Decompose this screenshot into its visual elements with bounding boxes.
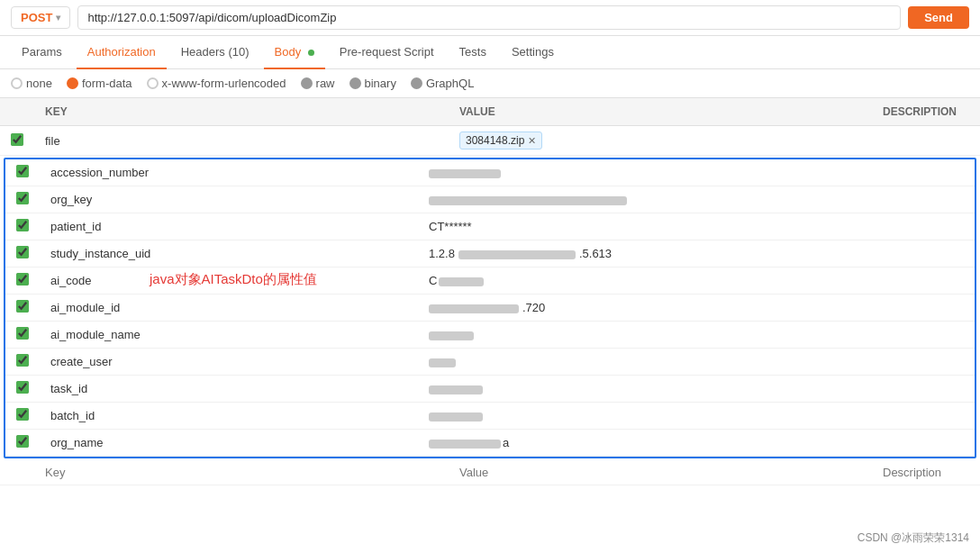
row-accession-value <box>418 159 867 186</box>
radio-none-icon <box>11 77 23 89</box>
body-type-formdata-label: form-data <box>82 77 132 90</box>
row-createuser-key: create_user <box>40 349 418 376</box>
file-tag: 3084148.zip ✕ <box>459 131 542 150</box>
row-patientid-desc <box>867 213 975 240</box>
row-studyuid-desc <box>867 240 975 267</box>
row-file-key: file <box>34 126 449 156</box>
radio-raw-icon <box>301 77 313 89</box>
table-row: batch_id <box>5 403 975 430</box>
footer-value-input[interactable] <box>459 466 861 479</box>
method-chevron-icon: ▾ <box>56 13 60 23</box>
file-tag-remove-icon[interactable]: ✕ <box>528 135 536 147</box>
row-aimoduleid-value: .720 <box>418 295 867 322</box>
row-patientid-key: patient_id <box>40 213 418 240</box>
body-tab-label: Body <box>275 45 302 59</box>
method-label: POST <box>21 11 52 24</box>
row-orgname-key: org_name <box>40 430 418 457</box>
tab-headers[interactable]: Headers (10) <box>170 36 260 69</box>
tab-body[interactable]: Body <box>264 36 325 69</box>
url-input[interactable] <box>77 5 901 30</box>
tab-prerequest[interactable]: Pre-request Script <box>329 36 445 69</box>
radio-urlencoded-icon <box>147 77 159 89</box>
tab-bar: Params Authorization Headers (10) Body P… <box>0 36 980 69</box>
table-row: accession_number <box>5 159 975 186</box>
table-row: accession_number org_key <box>0 156 980 461</box>
table-row: study_instance_uid 1.2.8.5.613 <box>5 240 975 267</box>
tab-tests[interactable]: Tests <box>449 36 497 69</box>
table-row: file 3084148.zip ✕ <box>0 126 980 156</box>
row-file-value: 3084148.zip ✕ <box>449 126 872 156</box>
row-orgname-value: a <box>418 430 867 457</box>
table-row: ai_module_id .720 <box>5 295 975 322</box>
body-type-formdata[interactable]: form-data <box>67 77 132 90</box>
body-type-bar: none form-data x-www-form-urlencoded raw… <box>0 69 980 98</box>
radio-graphql-icon <box>411 77 422 89</box>
row-aicode-checkbox[interactable] <box>16 273 29 286</box>
body-type-urlencoded[interactable]: x-www-form-urlencoded <box>147 77 286 90</box>
body-type-urlencoded-label: x-www-form-urlencoded <box>162 77 286 90</box>
tab-settings[interactable]: Settings <box>501 36 565 69</box>
body-type-raw[interactable]: raw <box>301 77 335 90</box>
row-aimodulename-checkbox[interactable] <box>16 327 29 340</box>
row-accession-desc <box>867 159 975 186</box>
row-batchid-checkbox[interactable] <box>16 408 29 421</box>
body-dot-indicator <box>308 50 314 56</box>
file-tag-label: 3084148.zip <box>466 134 524 147</box>
th-value: VALUE <box>449 98 872 126</box>
row-taskid-desc <box>867 376 975 403</box>
row-accession-key: accession_number <box>40 159 418 186</box>
tab-params[interactable]: Params <box>11 36 73 69</box>
footer-desc-input[interactable] <box>883 466 969 479</box>
row-taskid-key: task_id <box>40 376 418 403</box>
row-taskid-value <box>418 376 867 403</box>
body-type-none-label: none <box>26 77 52 90</box>
row-file-checkbox[interactable] <box>11 133 23 146</box>
row-batchid-desc <box>867 403 975 430</box>
body-type-raw-label: raw <box>316 77 335 90</box>
row-accession-checkbox[interactable] <box>16 165 29 177</box>
table-row: org_name a <box>5 430 975 457</box>
row-studyuid-value: 1.2.8.5.613 <box>418 240 867 267</box>
row-patientid-checkbox[interactable] <box>16 219 29 231</box>
send-button[interactable]: Send <box>908 6 969 29</box>
body-type-binary[interactable]: binary <box>349 77 396 90</box>
row-aimoduleid-key: ai_module_id <box>40 295 418 322</box>
row-createuser-value <box>418 349 867 376</box>
row-studyuid-checkbox[interactable] <box>16 246 29 258</box>
row-aimoduleid-checkbox[interactable] <box>16 300 29 313</box>
table-row: patient_id CT****** <box>5 213 975 240</box>
row-batchid-key: batch_id <box>40 403 418 430</box>
row-orgkey-checkbox[interactable] <box>16 192 29 204</box>
row-aimodulename-value <box>418 322 867 349</box>
table-row: create_user <box>5 349 975 376</box>
params-table: KEY VALUE DESCRIPTION file 3084148.zip ✕ <box>0 98 980 485</box>
row-batchid-value <box>418 403 867 430</box>
watermark-label: CSDN @冰雨荣荣1314 <box>858 530 969 546</box>
table-footer-row <box>0 460 980 485</box>
row-aicode-key: ai_code <box>40 267 418 295</box>
radio-binary-icon <box>349 77 361 89</box>
row-file-desc <box>872 126 980 156</box>
row-taskid-checkbox[interactable] <box>16 381 29 394</box>
top-bar: POST ▾ Send <box>0 0 980 36</box>
row-patientid-value: CT****** <box>418 213 867 240</box>
method-selector[interactable]: POST ▾ <box>11 6 70 29</box>
row-orgname-checkbox[interactable] <box>16 435 29 448</box>
row-aicode-desc: java对象AITaskDto的属性值 <box>867 267 975 295</box>
table-row: ai_module_name <box>5 322 975 349</box>
footer-key-input[interactable] <box>45 466 438 479</box>
row-aicode-value: C <box>418 267 867 295</box>
auth-tab-label: Authorization <box>87 45 156 59</box>
tab-auth[interactable]: Authorization <box>77 36 167 69</box>
body-type-binary-label: binary <box>365 77 396 90</box>
body-type-none[interactable]: none <box>11 77 52 90</box>
row-createuser-checkbox[interactable] <box>16 354 29 367</box>
radio-formdata-icon <box>67 77 78 89</box>
row-orgkey-value <box>418 186 867 213</box>
row-orgname-desc <box>867 430 975 457</box>
body-type-graphql[interactable]: GraphQL <box>411 77 474 90</box>
table-row: task_id <box>5 376 975 403</box>
th-description: DESCRIPTION <box>872 98 980 126</box>
body-type-graphql-label: GraphQL <box>426 77 474 90</box>
table-row: ai_code C java对象AITaskDto的属性值 <box>5 267 975 295</box>
